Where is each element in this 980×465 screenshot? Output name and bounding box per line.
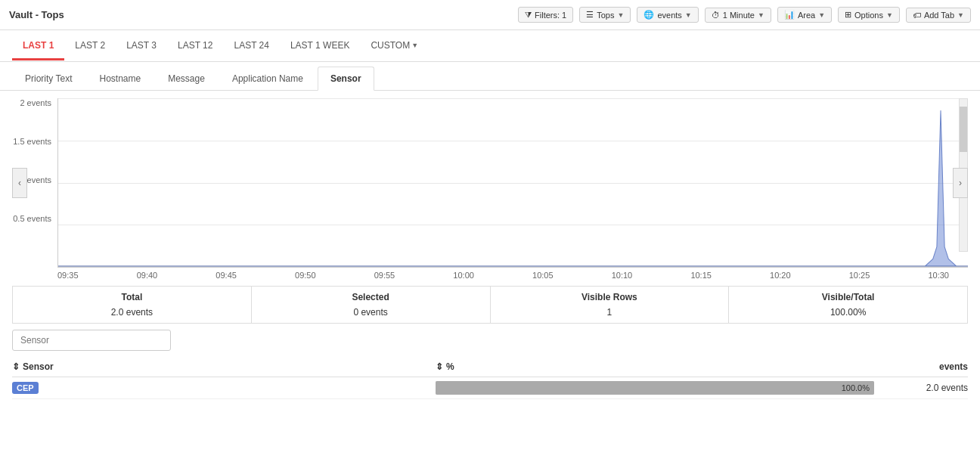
tab-application-name[interactable]: Application Name [219, 67, 316, 90]
x-label-1025: 10:25 [849, 271, 870, 280]
x-label-1020: 10:20 [770, 271, 791, 280]
table-row: CEP 100.0% 2.0 events [12, 377, 968, 399]
globe-icon: 🌐 [644, 10, 654, 20]
sensor-badge[interactable]: CEP [12, 382, 39, 394]
x-label-0945: 09:45 [216, 271, 237, 280]
table-header: ⇕ Sensor ⇕ % events [12, 357, 968, 377]
options-label: Options [854, 11, 883, 20]
sensor-search-input[interactable] [12, 330, 171, 351]
events-label: events [657, 11, 681, 20]
chevron-down-icon-3: ▼ [758, 11, 764, 19]
tab-last3[interactable]: LAST 3 [116, 33, 167, 60]
x-label-1030: 10:30 [928, 271, 949, 280]
options-button[interactable]: ⊞ Options ▼ [838, 7, 900, 23]
x-label-0935: 09:35 [57, 271, 79, 280]
chevron-down-icon: ▼ [618, 11, 625, 19]
tab-last24[interactable]: LAST 24 [223, 33, 279, 60]
stat-visible-rows-value: 1 [497, 305, 723, 320]
chart-container: ‹ 2 events 1.5 events 1 events 0.5 event… [0, 91, 980, 280]
filters-button[interactable]: ⧩ Filters: 1 [518, 7, 573, 23]
tab-sensor[interactable]: Sensor [318, 67, 374, 91]
area-button[interactable]: 📊 Area ▼ [777, 7, 832, 23]
sort-icon-pct: ⇕ [436, 361, 443, 372]
stat-selected-label: Selected [258, 290, 484, 305]
chevron-down-icon-2: ▼ [685, 11, 692, 19]
stat-visible-total: Visible/Total 100.00% [729, 287, 967, 323]
x-label-0950: 09:50 [295, 271, 316, 280]
tops-button[interactable]: ☰ Tops ▼ [579, 7, 631, 23]
list-icon: ☰ [586, 10, 594, 20]
minute-button[interactable]: ⏱ 1 Minute ▼ [705, 8, 771, 23]
clock-icon: ⏱ [712, 11, 720, 20]
tab-last1week[interactable]: LAST 1 WEEK [280, 33, 360, 60]
x-label-1015: 10:15 [690, 271, 712, 280]
stat-visible-rows: Visible Rows 1 [491, 287, 730, 323]
search-box [12, 330, 968, 351]
time-tabs: LAST 1 LAST 2 LAST 3 LAST 12 LAST 24 LAS… [0, 30, 980, 62]
col-sensor-label: Sensor [23, 361, 54, 372]
tag-icon: 🏷 [913, 11, 921, 20]
scrollbar-thumb [960, 107, 967, 152]
chevron-down-icon-7: ▼ [411, 42, 418, 49]
tab-last12[interactable]: LAST 12 [167, 33, 223, 60]
stats-bar: Total 2.0 events Selected 0 events Visib… [12, 286, 968, 324]
tab-custom[interactable]: CUSTOM ▼ [360, 33, 429, 60]
x-label-1010: 10:10 [612, 271, 633, 280]
chart-wrapper: ‹ 2 events 1.5 events 1 events 0.5 event… [12, 98, 968, 268]
col-events-label: events [939, 361, 968, 372]
chart-nav-right[interactable]: › [953, 168, 968, 198]
events-button[interactable]: 🌐 events ▼ [637, 7, 698, 23]
chevron-down-icon-4: ▼ [818, 11, 825, 19]
stat-total-label: Total [19, 290, 245, 305]
tops-label: Tops [597, 11, 614, 20]
area-chart [58, 98, 968, 267]
grid-icon: ⊞ [845, 10, 851, 20]
chart-area [57, 98, 968, 268]
tab-hostname[interactable]: Hostname [86, 67, 154, 90]
tab-last1[interactable]: LAST 1 [12, 33, 64, 60]
filter-icon: ⧩ [525, 10, 532, 20]
stat-visible-total-label: Visible/Total [735, 290, 961, 305]
x-label-1005: 10:05 [532, 271, 554, 280]
x-label-0955: 09:55 [374, 271, 395, 280]
col-header-sensor[interactable]: ⇕ Sensor [12, 361, 436, 372]
custom-label: CUSTOM [371, 40, 410, 51]
minute-label: 1 Minute [723, 11, 755, 20]
col-pct-label: % [446, 361, 454, 372]
filters-label: Filters: 1 [535, 11, 566, 20]
header-controls: ⧩ Filters: 1 ☰ Tops ▼ 🌐 events ▼ ⏱ 1 Min… [518, 7, 971, 23]
stat-visible-rows-label: Visible Rows [497, 290, 723, 305]
cell-pct: 100.0% [436, 381, 877, 395]
chevron-down-icon-6: ▼ [957, 11, 964, 19]
add-tab-label: Add Tab [924, 11, 954, 20]
cell-sensor: CEP [12, 382, 436, 394]
progress-bar-fill [436, 381, 874, 395]
data-tabs: Priority Text Hostname Message Applicati… [0, 62, 980, 91]
cell-events: 2.0 events [877, 383, 968, 393]
x-label-0940: 09:40 [137, 271, 158, 280]
x-axis: 09:35 09:40 09:45 09:50 09:55 10:00 10:0… [12, 271, 968, 280]
table-container: ⇕ Sensor ⇕ % events CEP 100.0% 2.0 event… [12, 357, 968, 399]
stat-selected: Selected 0 events [252, 287, 491, 323]
progress-bar-bg: 100.0% [436, 381, 874, 395]
stat-visible-total-value: 100.00% [735, 305, 961, 320]
add-tab-button[interactable]: 🏷 Add Tab ▼ [906, 8, 971, 23]
app-title: Vault - Tops [9, 9, 64, 20]
y-label-0-5: 0.5 events [13, 214, 51, 223]
chevron-down-icon-5: ▼ [886, 11, 893, 19]
stat-selected-value: 0 events [258, 305, 484, 320]
y-label-2: 2 events [20, 98, 51, 107]
svg-marker-1 [58, 110, 968, 266]
chart-nav-left[interactable]: ‹ [12, 168, 27, 198]
area-label: Area [798, 11, 815, 20]
chart-icon: 📊 [784, 10, 795, 20]
x-label-1000: 10:00 [453, 271, 474, 280]
progress-label: 100.0% [842, 383, 870, 392]
stat-total-value: 2.0 events [19, 305, 245, 320]
col-header-pct[interactable]: ⇕ % [436, 361, 877, 372]
stat-total: Total 2.0 events [13, 287, 252, 323]
tab-priority-text[interactable]: Priority Text [12, 67, 85, 90]
tab-last2[interactable]: LAST 2 [64, 33, 116, 60]
sort-icon-sensor: ⇕ [12, 361, 20, 372]
tab-message[interactable]: Message [155, 67, 218, 90]
